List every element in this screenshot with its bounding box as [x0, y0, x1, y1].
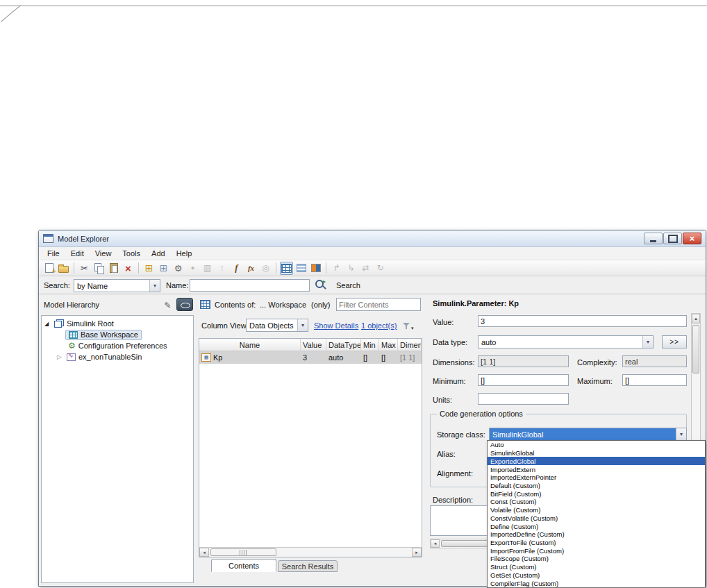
- refresh-icon[interactable]: [374, 262, 387, 275]
- menu-tools[interactable]: Tools: [117, 248, 146, 259]
- dropdown-item[interactable]: SimulinkGlobal: [488, 449, 705, 457]
- paste-icon[interactable]: [107, 262, 120, 275]
- table-view-icon[interactable]: [280, 262, 293, 275]
- tree-item-ex-nontunablesin[interactable]: ex_nonTunableSin: [57, 351, 142, 362]
- close-button[interactable]: [683, 233, 701, 244]
- dropdown-item[interactable]: BitField (Custom): [488, 489, 705, 498]
- chevron-down-icon[interactable]: [149, 280, 160, 292]
- move-up-icon[interactable]: [215, 262, 228, 275]
- delete-icon[interactable]: [122, 262, 135, 275]
- menu-help[interactable]: Help: [171, 248, 198, 259]
- column-header-min[interactable]: Min: [361, 339, 379, 351]
- dimensions-input[interactable]: [478, 355, 569, 367]
- dropdown-item[interactable]: ConstVolatile (Custom): [488, 514, 705, 522]
- expander-open-icon[interactable]: [44, 321, 51, 327]
- function-icon[interactable]: [230, 262, 243, 275]
- contents-scope-filter[interactable]: (only): [311, 301, 331, 309]
- complexity-input[interactable]: [622, 355, 687, 367]
- open-icon[interactable]: [57, 262, 70, 275]
- title-bar[interactable]: Model Explorer: [39, 230, 706, 247]
- storage-class-combobox[interactable]: SimulinkGlobal: [489, 428, 687, 441]
- send-forward-icon[interactable]: [330, 262, 343, 275]
- tab-contents[interactable]: Contents: [211, 559, 276, 572]
- scroll-left-icon[interactable]: ◂: [199, 548, 209, 557]
- tree-item-configuration-preferences[interactable]: Configuration Preferences: [68, 340, 167, 351]
- table-row[interactable]: Kp 3 auto [] [] [1 1]: [199, 351, 422, 364]
- dropdown-item[interactable]: ImportedExtern: [488, 465, 705, 473]
- menu-add[interactable]: Add: [146, 248, 171, 259]
- search-name-input[interactable]: [190, 279, 310, 292]
- units-input[interactable]: [478, 393, 569, 405]
- dropdown-item[interactable]: FileScope (Custom): [488, 555, 705, 563]
- chevron-down-icon[interactable]: [676, 428, 686, 440]
- dropdown-item[interactable]: Define (Custom): [488, 522, 705, 530]
- menu-edit[interactable]: Edit: [65, 248, 90, 259]
- scroll-right-icon[interactable]: ▸: [412, 548, 422, 557]
- dropdown-item[interactable]: ImportedExternPointer: [488, 473, 705, 482]
- dropdown-item[interactable]: Default (Custom): [488, 482, 705, 490]
- dropdown-item-highlighted[interactable]: ExportedGlobal: [488, 457, 705, 465]
- scrollbar-thumb[interactable]: [692, 325, 699, 373]
- cut-icon[interactable]: [78, 262, 91, 275]
- target-icon[interactable]: [259, 262, 272, 275]
- dropdown-item[interactable]: Volatile (Custom): [488, 506, 705, 514]
- search-go-button[interactable]: ▸: [315, 279, 326, 294]
- search-mode-combobox[interactable]: by Name: [74, 279, 160, 292]
- dropdown-item[interactable]: Auto: [488, 441, 705, 449]
- tree-item-simulink-root[interactable]: Simulink Root: [44, 318, 114, 329]
- scroll-left-icon[interactable]: ◂: [431, 539, 440, 548]
- search-bar: Search: by Name Name: ▸ Search: [39, 276, 706, 294]
- filter-button[interactable]: ▾: [403, 320, 414, 333]
- new-object-icon[interactable]: [42, 262, 56, 275]
- layout-view-icon[interactable]: [309, 262, 322, 275]
- menu-view[interactable]: View: [90, 248, 117, 259]
- dropdown-item[interactable]: ImportedDefine (Custom): [488, 530, 705, 539]
- expander-closed-icon[interactable]: [57, 353, 64, 360]
- column-view-combobox[interactable]: Data Objects: [246, 319, 308, 332]
- minimize-button[interactable]: [644, 233, 663, 244]
- function-signature-icon[interactable]: [244, 262, 258, 275]
- column-header-dimensions[interactable]: Dimen: [398, 339, 422, 351]
- horizontal-scrollbar[interactable]: ◂ ▸: [199, 547, 422, 557]
- edit-hierarchy-button[interactable]: [161, 298, 174, 311]
- tree-item-base-workspace[interactable]: Base Workspace: [65, 329, 142, 340]
- datatype-assistant-button[interactable]: >>: [662, 335, 687, 348]
- record-icon[interactable]: [186, 262, 199, 275]
- dropdown-item[interactable]: CompilerFlag (Custom): [488, 579, 705, 587]
- scrollbar-thumb[interactable]: [210, 548, 276, 556]
- datatype-combobox[interactable]: auto: [478, 335, 654, 348]
- filter-contents-input[interactable]: [336, 298, 421, 311]
- scroll-up-icon[interactable]: ▴: [692, 314, 700, 324]
- swap-icon[interactable]: [359, 262, 372, 275]
- dropdown-item[interactable]: Const (Custom): [488, 498, 705, 506]
- tab-search-results[interactable]: Search Results: [278, 560, 338, 572]
- chevron-down-icon[interactable]: [297, 319, 308, 331]
- dropdown-item[interactable]: ImportFromFile (Custom): [488, 546, 705, 555]
- column-header-max[interactable]: Max: [379, 339, 398, 351]
- maximize-button[interactable]: [663, 233, 682, 244]
- view-options-button[interactable]: [176, 298, 193, 311]
- show-details-link[interactable]: Show Details: [314, 321, 358, 330]
- statistics-icon[interactable]: [201, 262, 214, 275]
- maximum-input[interactable]: [622, 374, 687, 386]
- send-back-icon[interactable]: [344, 262, 358, 275]
- column-view-label: Column View:: [201, 321, 249, 330]
- column-header-datatype[interactable]: DataType: [326, 339, 361, 351]
- value-input[interactable]: [478, 315, 687, 327]
- grid-add-icon[interactable]: [157, 262, 170, 275]
- object-count-link[interactable]: 1 object(s): [361, 321, 397, 330]
- contents-scope[interactable]: ... Workspace: [260, 301, 306, 309]
- chevron-down-icon[interactable]: [642, 336, 653, 348]
- dropdown-item[interactable]: Struct (Custom): [488, 563, 705, 571]
- menu-file[interactable]: File: [42, 248, 65, 259]
- grid-view-icon[interactable]: [142, 262, 156, 275]
- search-button-label[interactable]: Search: [336, 281, 360, 289]
- preferences-icon[interactable]: [172, 262, 185, 275]
- column-header-value[interactable]: Value: [301, 339, 326, 351]
- dropdown-item[interactable]: GetSet (Custom): [488, 571, 705, 580]
- column-header-name[interactable]: Name: [199, 339, 301, 351]
- dropdown-item[interactable]: ExportToFile (Custom): [488, 539, 705, 547]
- copy-icon[interactable]: [92, 262, 106, 275]
- dialog-view-icon[interactable]: [294, 262, 308, 275]
- minimum-input[interactable]: [478, 374, 569, 386]
